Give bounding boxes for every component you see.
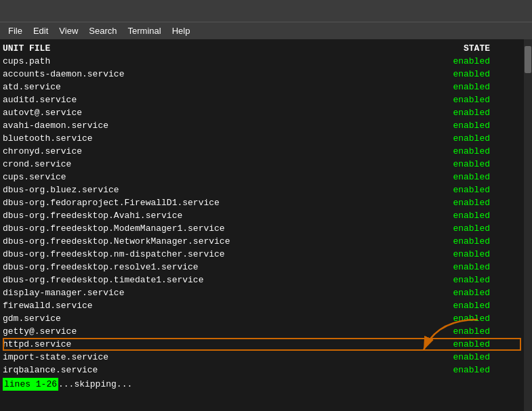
table-row: avahi-daemon.serviceenabled [3, 119, 531, 132]
scrollbar[interactable] [524, 39, 532, 411]
state-value: enabled [453, 158, 490, 171]
table-row: accounts-daemon.serviceenabled [3, 68, 531, 81]
unit-name: dbus-org.freedesktop.resolve1.service [3, 261, 294, 274]
unit-name: dbus-org.freedesktop.nm-dispatcher.servi… [3, 248, 294, 261]
unit-name: autovt@.service [3, 106, 294, 119]
table-row: dbus-org.freedesktop.timedate1.serviceen… [3, 274, 531, 286]
scrollbar-thumb[interactable] [525, 46, 531, 73]
unit-name: bluetooth.service [3, 132, 294, 145]
column-unit-header: UNIT FILE [3, 42, 294, 55]
state-value: enabled [453, 338, 490, 351]
unit-name: dbus-org.fedoraproject.FirewallD1.servic… [3, 196, 294, 209]
state-value: enabled [453, 248, 490, 261]
table-row: cups.pathenabled [3, 55, 531, 68]
title-bar [0, 0, 532, 22]
status-suffix: ...skipping... [58, 378, 132, 391]
unit-name: gdm.service [3, 312, 294, 325]
column-state-header: STATE [464, 42, 490, 55]
state-value: enabled [453, 183, 490, 196]
terminal-window[interactable]: UNIT FILESTATE cups.pathenabledaccounts-… [0, 39, 532, 411]
unit-name: dbus-org.freedesktop.ModemManager1.servi… [3, 222, 294, 235]
state-value: enabled [453, 351, 490, 364]
table-row: httpd.serviceenabled [3, 338, 531, 351]
unit-name: chronyd.service [3, 145, 294, 158]
header-line: UNIT FILESTATE [3, 42, 531, 55]
table-row: dbus-org.freedesktop.Avahi.serviceenable… [3, 209, 531, 222]
state-value: enabled [453, 312, 490, 325]
state-value: enabled [453, 209, 490, 222]
state-value: enabled [453, 196, 490, 209]
table-row: irqbalance.serviceenabled [3, 364, 531, 376]
state-value: enabled [453, 325, 490, 338]
unit-name: avahi-daemon.service [3, 119, 294, 132]
unit-name: display-manager.service [3, 286, 294, 299]
unit-name: auditd.service [3, 93, 294, 106]
unit-name: getty@.service [3, 325, 294, 338]
unit-name: accounts-daemon.service [3, 68, 294, 81]
menu-terminal[interactable]: Terminal [123, 24, 167, 37]
table-row: display-manager.serviceenabled [3, 286, 531, 299]
table-row: bluetooth.serviceenabled [3, 132, 531, 145]
state-value: enabled [453, 81, 490, 93]
unit-name: dbus-org.freedesktop.Avahi.service [3, 209, 294, 222]
table-row: dbus-org.freedesktop.resolve1.serviceena… [3, 261, 531, 274]
terminal-content: UNIT FILESTATE cups.pathenabledaccounts-… [3, 42, 531, 408]
state-value: enabled [453, 274, 490, 286]
state-value: enabled [453, 364, 490, 376]
table-row: dbus-org.freedesktop.NetworkManager.serv… [3, 235, 531, 248]
menu-view[interactable]: View [54, 24, 83, 37]
unit-name: import-state.service [3, 351, 294, 364]
menu-help[interactable]: Help [167, 24, 196, 37]
menu-edit[interactable]: Edit [28, 24, 54, 37]
table-row: firewalld.serviceenabled [3, 299, 531, 312]
table-row: auditd.serviceenabled [3, 93, 531, 106]
state-value: enabled [453, 286, 490, 299]
state-value: enabled [453, 222, 490, 235]
state-value: enabled [453, 119, 490, 132]
table-row: dbus-org.bluez.serviceenabled [3, 183, 531, 196]
state-value: enabled [453, 235, 490, 248]
rows-container: cups.pathenabledaccounts-daemon.servicee… [3, 55, 531, 376]
table-row: getty@.serviceenabled [3, 325, 531, 338]
menu-file[interactable]: File [3, 24, 28, 37]
table-row: atd.serviceenabled [3, 81, 531, 93]
state-value: enabled [453, 145, 490, 158]
table-row: dbus-org.fedoraproject.FirewallD1.servic… [3, 196, 531, 209]
state-value: enabled [453, 171, 490, 183]
state-value: enabled [453, 68, 490, 81]
table-row: chronyd.serviceenabled [3, 145, 531, 158]
unit-name: httpd.service [3, 338, 294, 351]
menu-search[interactable]: Search [83, 24, 122, 37]
unit-name: cups.path [3, 55, 294, 68]
unit-name: cups.service [3, 171, 294, 183]
unit-name: atd.service [3, 81, 294, 93]
unit-name: crond.service [3, 158, 294, 171]
menu-bar: File Edit View Search Terminal Help [0, 22, 532, 39]
table-row: gdm.serviceenabled [3, 312, 531, 325]
state-value: enabled [453, 261, 490, 274]
table-row: autovt@.serviceenabled [3, 106, 531, 119]
state-value: enabled [453, 106, 490, 119]
table-row: dbus-org.freedesktop.ModemManager1.servi… [3, 222, 531, 235]
unit-file: httpd.serviceenabled [3, 338, 531, 351]
table-row: cups.serviceenabled [3, 171, 531, 183]
status-line-row: lines 1-26 ...skipping... [3, 378, 531, 391]
unit-name: irqbalance.service [3, 364, 294, 376]
state-value: enabled [453, 93, 490, 106]
unit-name: firewalld.service [3, 299, 294, 312]
unit-name: dbus-org.freedesktop.timedate1.service [3, 274, 294, 286]
state-value: enabled [453, 132, 490, 145]
unit-name: dbus-org.bluez.service [3, 183, 294, 196]
table-row: dbus-org.freedesktop.nm-dispatcher.servi… [3, 248, 531, 261]
state-value: enabled [453, 299, 490, 312]
status-text: lines 1-26 [3, 378, 58, 391]
unit-name: dbus-org.freedesktop.NetworkManager.serv… [3, 235, 294, 248]
state-value: enabled [453, 55, 490, 68]
table-row: import-state.serviceenabled [3, 351, 531, 364]
table-row: crond.serviceenabled [3, 158, 531, 171]
